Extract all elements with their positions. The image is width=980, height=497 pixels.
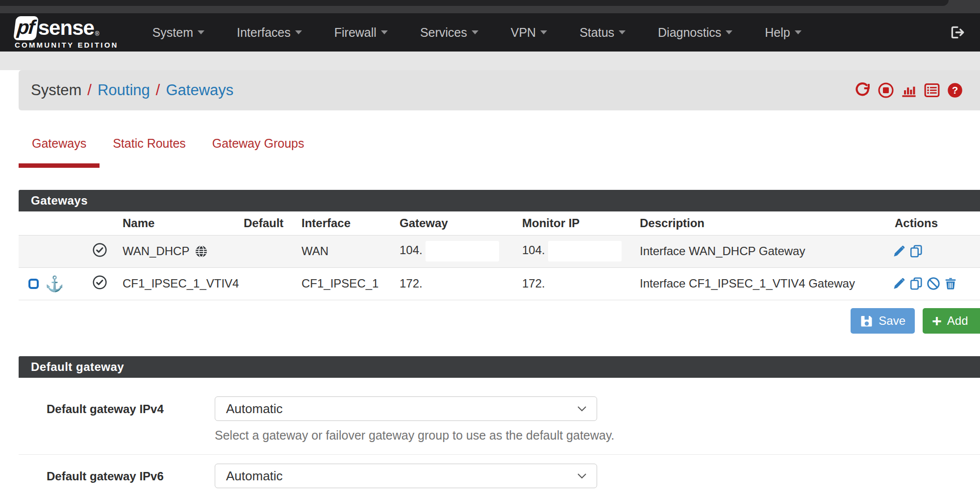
default-gateway-ipv6-label: Default gateway IPv6 xyxy=(47,464,186,483)
sense-logo-text: sense xyxy=(38,16,94,40)
anchor-default-icon: ⚓ xyxy=(45,276,64,291)
redacted-ip-box xyxy=(426,241,499,262)
header-action-icons: ? xyxy=(854,82,963,99)
nav-item-services[interactable]: Services xyxy=(404,13,495,52)
pf-logo-text: pf xyxy=(16,16,35,38)
active-tab-indicator xyxy=(19,163,100,168)
help-icon[interactable]: ? xyxy=(947,82,963,99)
breadcrumb: System / Routing / Gateways xyxy=(31,81,233,99)
default-gateway-ipv4-select[interactable]: Automatic xyxy=(215,396,597,421)
gateway-interface: WAN xyxy=(292,235,390,267)
breadcrumb-link-routing[interactable]: Routing xyxy=(98,81,150,99)
chevron-down-icon xyxy=(619,30,626,34)
browser-chrome-strip xyxy=(0,0,980,13)
stop-circle-icon[interactable] xyxy=(878,82,894,99)
edit-icon[interactable] xyxy=(892,277,906,290)
refresh-icon[interactable] xyxy=(854,82,871,99)
save-button[interactable]: Save xyxy=(851,308,915,334)
tab-gateway-groups[interactable]: Gateway Groups xyxy=(199,136,318,168)
breadcrumb-bar: System / Routing / Gateways xyxy=(19,70,980,110)
chevron-down-icon xyxy=(540,30,547,34)
pfsense-logo[interactable]: pf sense ® COMMUNITY EDITION xyxy=(15,16,119,49)
monitor-ip: 104. xyxy=(522,243,545,257)
add-button[interactable]: + Add xyxy=(923,308,980,334)
save-icon xyxy=(860,314,873,328)
globe-icon xyxy=(194,244,208,259)
chevron-down-icon xyxy=(198,30,204,34)
disable-icon[interactable] xyxy=(927,277,940,290)
chevron-down-icon xyxy=(577,405,587,412)
svg-text:?: ? xyxy=(952,85,958,96)
col-header-monitor-ip: Monitor IP xyxy=(512,211,630,235)
nav-item-vpn[interactable]: VPN xyxy=(495,13,563,52)
copy-icon[interactable] xyxy=(909,277,923,290)
square-icon xyxy=(28,279,39,289)
chevron-down-icon xyxy=(381,30,388,34)
default-gateway-panel: Default gateway Default gateway IPv4 Aut… xyxy=(19,356,980,497)
nav-menu: System Interfaces Firewall Services VPN … xyxy=(136,13,818,52)
page-content: System / Routing / Gateways xyxy=(0,70,980,497)
tab-static-routes[interactable]: Static Routes xyxy=(100,136,199,168)
col-header-name: Name xyxy=(113,211,234,235)
button-row: Save + Add xyxy=(19,308,980,334)
default-gateway-ipv4-label: Default gateway IPv4 xyxy=(47,396,186,416)
col-header-interface: Interface xyxy=(292,211,390,235)
form-row-ipv4: Default gateway IPv4 Automatic Select a … xyxy=(19,388,980,454)
gateway-row-wan-dhcp: WAN_DHCP xyxy=(19,235,980,267)
copy-icon[interactable] xyxy=(909,244,923,258)
gateways-panel-title: Gateways xyxy=(19,190,980,211)
chevron-down-icon xyxy=(577,472,587,479)
nav-item-diagnostics[interactable]: Diagnostics xyxy=(642,13,749,52)
top-navbar: pf sense ® COMMUNITY EDITION System Inte… xyxy=(0,13,980,52)
col-header-default: Default xyxy=(234,211,292,235)
status-ok-icon xyxy=(92,275,107,290)
chevron-down-icon xyxy=(795,30,802,34)
gateway-address: 172. xyxy=(390,267,512,300)
status-ok-icon xyxy=(92,242,107,258)
gateway-name: CF1_IPSEC_1_VTIV4 xyxy=(113,267,234,300)
registered-mark: ® xyxy=(95,30,100,37)
chevron-down-icon xyxy=(472,30,478,34)
gateway-interface: CF1_IPSEC_1 xyxy=(292,267,390,300)
gateway-name: WAN_DHCP xyxy=(123,244,189,258)
pf-logo-box: pf xyxy=(13,16,39,40)
chevron-down-icon xyxy=(295,30,302,34)
col-header-actions: Actions xyxy=(882,211,980,235)
redacted-ip-box xyxy=(548,241,622,262)
nav-item-interfaces[interactable]: Interfaces xyxy=(221,13,318,52)
logout-icon[interactable] xyxy=(950,25,965,40)
community-edition-label: COMMUNITY EDITION xyxy=(15,41,119,49)
default-gateway-ipv6-select[interactable]: Automatic xyxy=(215,464,597,488)
browser-tab-edge xyxy=(0,0,949,6)
nav-item-firewall[interactable]: Firewall xyxy=(318,13,404,52)
log-list-icon[interactable] xyxy=(924,82,940,99)
col-header-gateway: Gateway xyxy=(390,211,512,235)
nav-item-system[interactable]: System xyxy=(136,13,221,52)
tab-bar: Gateways Static Routes Gateway Groups xyxy=(19,136,980,168)
monitor-ip: 172. xyxy=(512,267,630,300)
breadcrumb-system: System xyxy=(31,81,81,99)
gateway-description: Interface WAN_DHCP Gateway xyxy=(630,235,882,267)
table-header-row: Name Default Interface Gateway Monitor I… xyxy=(19,211,980,235)
nav-item-status[interactable]: Status xyxy=(563,13,642,52)
edit-icon[interactable] xyxy=(892,244,906,258)
gateway-address: 104. xyxy=(400,243,423,257)
chevron-down-icon xyxy=(726,30,732,34)
form-row-ipv6: Default gateway IPv6 Automatic Select a … xyxy=(19,454,980,497)
tab-gateways[interactable]: Gateways xyxy=(19,136,100,168)
gateways-table: Name Default Interface Gateway Monitor I… xyxy=(19,211,980,300)
delete-icon[interactable] xyxy=(944,277,957,290)
gateways-panel: Gateways Name Default Interface xyxy=(19,190,980,300)
ipv4-help-text: Select a gateway or failover gateway gro… xyxy=(215,428,614,443)
chart-bar-icon[interactable] xyxy=(901,82,917,99)
gateway-description: Interface CF1_IPSEC_1_VTIV4 Gateway xyxy=(630,267,882,300)
breadcrumb-link-gateways[interactable]: Gateways xyxy=(166,81,233,99)
gateway-row-cf1-ipsec: ⚓ CF1_IPSEC_1_VTIV4 CF1 xyxy=(19,267,980,300)
nav-item-help[interactable]: Help xyxy=(749,13,817,52)
col-header-description: Description xyxy=(630,211,882,235)
default-gateway-panel-title: Default gateway xyxy=(19,356,980,378)
